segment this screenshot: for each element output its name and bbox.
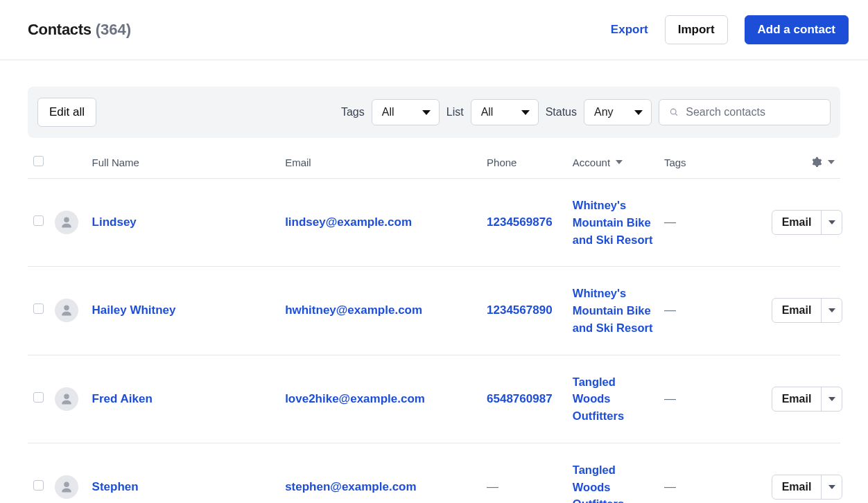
add-contact-button[interactable]: Add a contact bbox=[745, 15, 849, 44]
row-checkbox[interactable] bbox=[33, 480, 44, 491]
row-action-group: Email bbox=[772, 387, 843, 412]
contact-tags: — bbox=[664, 480, 676, 493]
row-action-dropdown[interactable] bbox=[821, 299, 842, 322]
email-button[interactable]: Email bbox=[772, 475, 822, 499]
svg-point-0 bbox=[670, 109, 676, 114]
chevron-down-icon bbox=[828, 308, 835, 312]
avatar bbox=[55, 475, 78, 499]
person-icon bbox=[60, 392, 73, 406]
row-action-dropdown[interactable] bbox=[821, 387, 842, 411]
contact-email-link[interactable]: hwhitney@example.com bbox=[285, 303, 422, 317]
table-row: Stephen stephen@example.com — Tangled Wo… bbox=[28, 443, 840, 503]
tags-filter-select[interactable]: All bbox=[372, 99, 440, 125]
column-account-label: Account bbox=[573, 157, 610, 168]
table-row: Lindsey lindsey@example.com 1234569876 W… bbox=[28, 179, 840, 267]
filter-group: Tags All List All Status Any bbox=[341, 99, 831, 125]
row-action-group: Email bbox=[772, 210, 843, 235]
chevron-down-icon bbox=[828, 160, 835, 164]
column-settings-button[interactable] bbox=[772, 157, 835, 168]
row-action-group: Email bbox=[772, 475, 843, 500]
chevron-down-icon bbox=[828, 220, 835, 224]
contact-account-link[interactable]: Tangled Woods Outfitters bbox=[573, 464, 624, 503]
search-box[interactable] bbox=[659, 99, 831, 125]
avatar bbox=[55, 211, 78, 234]
list-filter-value: All bbox=[481, 106, 494, 118]
page-header: Contacts (364) Export Import Add a conta… bbox=[0, 0, 868, 60]
column-phone[interactable]: Phone bbox=[481, 143, 567, 179]
filter-bar: Edit all Tags All List All Status Any bbox=[28, 87, 840, 138]
header-title-group: Contacts (364) bbox=[28, 21, 131, 39]
chevron-down-icon bbox=[828, 397, 835, 401]
row-checkbox[interactable] bbox=[33, 392, 44, 403]
avatar bbox=[55, 387, 78, 411]
list-filter-select[interactable]: All bbox=[471, 99, 539, 125]
column-tags[interactable]: Tags bbox=[659, 143, 766, 179]
import-button[interactable]: Import bbox=[665, 15, 728, 44]
gear-icon bbox=[811, 157, 822, 168]
row-action-dropdown[interactable] bbox=[821, 211, 842, 234]
avatar bbox=[55, 299, 78, 322]
email-button[interactable]: Email bbox=[772, 299, 822, 322]
contact-phone[interactable]: 1234569876 bbox=[487, 215, 553, 229]
contact-account-link[interactable]: Whitney's Mountain Bike and Ski Resort bbox=[573, 287, 653, 334]
contact-email-link[interactable]: lindsey@example.com bbox=[285, 215, 412, 229]
table-header-row: Full Name Email Phone Account Tags bbox=[28, 143, 840, 179]
row-action-dropdown[interactable] bbox=[821, 475, 842, 499]
sort-arrow-icon bbox=[616, 160, 623, 164]
edit-all-button[interactable]: Edit all bbox=[37, 98, 96, 127]
search-icon bbox=[669, 107, 679, 118]
column-full-name[interactable]: Full Name bbox=[87, 143, 280, 179]
email-button[interactable]: Email bbox=[772, 387, 822, 411]
email-button[interactable]: Email bbox=[772, 211, 822, 234]
contact-tags: — bbox=[664, 392, 676, 405]
contact-email-link[interactable]: stephen@example.com bbox=[285, 480, 416, 493]
column-account-sort[interactable]: Account bbox=[573, 157, 653, 168]
status-filter-value: Any bbox=[594, 106, 614, 118]
chevron-down-icon bbox=[422, 110, 431, 115]
tags-filter-label: Tags bbox=[341, 106, 365, 118]
contact-email-link[interactable]: love2hike@example.com bbox=[285, 392, 425, 405]
contact-name-link[interactable]: Hailey Whitney bbox=[92, 303, 176, 317]
column-email[interactable]: Email bbox=[279, 143, 481, 179]
contact-account-link[interactable]: Tangled Woods Outfitters bbox=[573, 376, 624, 423]
chevron-down-icon bbox=[634, 110, 643, 115]
page-title: Contacts bbox=[28, 21, 92, 39]
select-all-checkbox[interactable] bbox=[33, 156, 44, 166]
row-checkbox[interactable] bbox=[33, 303, 44, 314]
person-icon bbox=[60, 303, 73, 317]
status-filter-label: Status bbox=[546, 106, 577, 118]
svg-line-1 bbox=[675, 114, 677, 116]
export-button[interactable]: Export bbox=[611, 23, 648, 37]
row-action-group: Email bbox=[772, 298, 843, 323]
contact-name-link[interactable]: Lindsey bbox=[92, 215, 137, 229]
contact-tags: — bbox=[664, 303, 676, 317]
contact-tags: — bbox=[664, 215, 676, 229]
person-icon bbox=[60, 480, 73, 494]
table-row: Hailey Whitney hwhitney@example.com 1234… bbox=[28, 267, 840, 355]
list-filter-label: List bbox=[446, 106, 464, 118]
chevron-down-icon bbox=[828, 485, 835, 489]
contact-account-link[interactable]: Whitney's Mountain Bike and Ski Resort bbox=[573, 199, 653, 246]
contact-phone[interactable]: 1234567890 bbox=[487, 303, 553, 317]
contacts-table: Full Name Email Phone Account Tags bbox=[28, 143, 840, 503]
contact-count: (364) bbox=[96, 21, 131, 39]
row-checkbox[interactable] bbox=[33, 215, 44, 226]
header-actions: Export Import Add a contact bbox=[611, 15, 849, 44]
contact-name-link[interactable]: Stephen bbox=[92, 480, 139, 493]
search-input[interactable] bbox=[686, 106, 820, 118]
contact-phone[interactable]: — bbox=[487, 480, 498, 493]
contact-phone[interactable]: 6548760987 bbox=[487, 392, 553, 405]
table-row: Fred Aiken love2hike@example.com 6548760… bbox=[28, 355, 840, 443]
person-icon bbox=[60, 215, 73, 229]
chevron-down-icon bbox=[521, 110, 530, 115]
contact-name-link[interactable]: Fred Aiken bbox=[92, 392, 153, 405]
status-filter-select[interactable]: Any bbox=[584, 99, 652, 125]
tags-filter-value: All bbox=[382, 106, 394, 118]
